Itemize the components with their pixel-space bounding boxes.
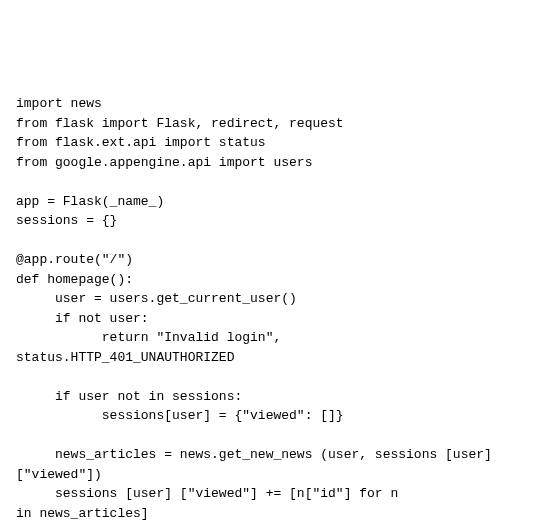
code-block: import news from flask import Flask, red… xyxy=(16,94,535,523)
